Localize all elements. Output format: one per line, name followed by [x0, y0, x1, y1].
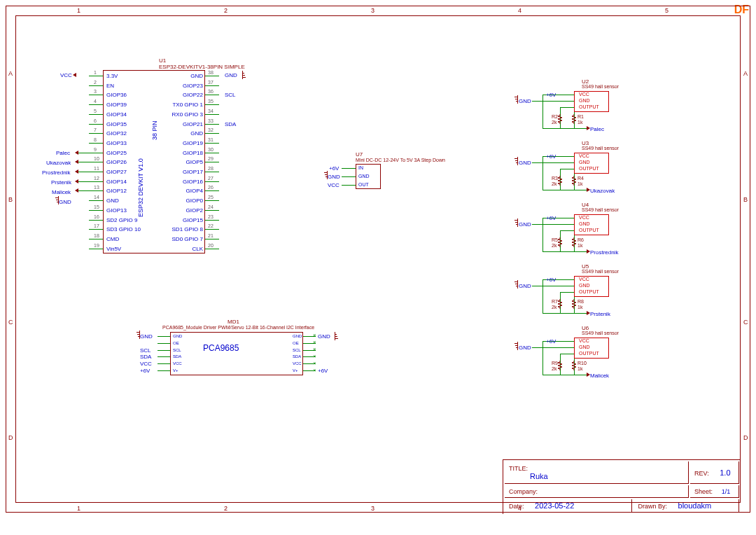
sensor-net: Ukazovak	[590, 188, 615, 194]
sensor-net: Prostrednik	[590, 249, 618, 256]
u1-right-pinnum: 31	[208, 137, 214, 142]
sensor-pin-out: OUTPUT	[579, 104, 599, 109]
wire	[542, 218, 543, 251]
wire	[205, 85, 219, 86]
sensor-pin-out: OUTPUT	[579, 289, 599, 294]
u1-left-pin: EN	[106, 83, 114, 89]
sensor-pin-out: OUTPUT	[579, 166, 599, 171]
md1-r-6v: +6V	[318, 368, 328, 374]
wire	[542, 156, 543, 190]
wire	[89, 104, 103, 105]
u1-left-pin: GIOP35	[106, 121, 127, 127]
u7-net-in: +6V	[329, 165, 339, 172]
resistor-r1	[558, 176, 562, 186]
sensor-pin-gnd: GND	[579, 98, 590, 103]
net-gnd-u1r: GND	[225, 72, 237, 78]
wire	[89, 190, 103, 191]
sensor-6v: +6V	[546, 338, 556, 345]
wire	[205, 249, 219, 249]
u7-ref: U7	[356, 151, 363, 158]
md1-left-net: +6V	[140, 368, 150, 374]
u1-left-pin: GIOP27	[106, 169, 127, 175]
u1-right-pin: GIOP16	[183, 179, 203, 185]
wire	[205, 229, 219, 230]
gnd-icon-sensor	[514, 95, 521, 105]
drawn-lbl: Drawn By:	[638, 503, 667, 510]
wire	[205, 200, 219, 201]
wire	[89, 114, 103, 115]
u1-left-pinnum: 7	[94, 127, 97, 132]
sensor-pin-vcc: VCC	[579, 92, 589, 97]
zone-left-a: A	[8, 70, 13, 77]
sensor-pin-gnd: GND	[579, 283, 590, 288]
sensor-net: Palec	[590, 126, 604, 132]
u1-left-pinnum: 10	[94, 156, 99, 161]
wire	[560, 251, 588, 252]
wire	[89, 210, 103, 211]
wire	[532, 286, 574, 286]
u1-left-pin: Vin5V	[106, 246, 121, 252]
sensor-type: SS49 hall sensor	[582, 331, 619, 335]
u1-right-pin: GIOP17	[183, 169, 203, 175]
wire	[205, 210, 219, 211]
pin-x: ×	[313, 332, 316, 338]
u1-right-pinnum: 30	[208, 147, 214, 152]
wire	[89, 153, 103, 153]
sensor-pin-vcc: VCC	[579, 338, 589, 343]
zone-right-d: D	[743, 434, 748, 441]
wire	[560, 169, 574, 169]
u1-left-pin: SD2 GPIO 9	[106, 217, 137, 223]
wire	[89, 85, 103, 86]
r2-ref: R4	[578, 176, 584, 181]
date-val: 2023-05-22	[528, 501, 574, 510]
u1-left-pinnum: 4	[94, 99, 97, 104]
u1-left-pin: GIOP39	[106, 102, 127, 108]
u1-left-pinnum: 5	[94, 109, 97, 113]
wire	[89, 181, 103, 182]
wire	[89, 76, 103, 76]
wire	[205, 172, 219, 172]
u1-right-pinnum: 21	[208, 233, 214, 238]
zone-bot-3: 3	[371, 505, 374, 512]
u1-right-pin: GIOP0	[186, 197, 203, 204]
wire	[342, 176, 356, 177]
wire	[542, 341, 543, 375]
md1-left-net: SDA	[140, 354, 151, 360]
wire	[342, 185, 356, 186]
u1-right-pin: SD1 GPIO 8	[172, 226, 203, 232]
pin-x: ×	[313, 339, 316, 345]
net-sda-u1: SDA	[225, 121, 236, 127]
wire	[205, 143, 219, 144]
sensor-pin-gnd: GND	[579, 160, 590, 165]
u1-right-pinnum: 25	[208, 195, 214, 200]
r2-val: 1k	[578, 305, 582, 310]
wire	[78, 181, 90, 182]
r2-val: 1k	[578, 243, 582, 248]
md1-right-pin: GND	[293, 334, 302, 338]
md1-body	[170, 332, 303, 375]
md1-ref: MD1	[227, 319, 239, 325]
u1-left-pin: CMD	[106, 236, 119, 242]
resistor-r2	[572, 176, 576, 186]
zone-bot-1: 1	[77, 505, 80, 512]
u1-right-pinnum: 23	[208, 214, 214, 219]
md1-left-pin: OE	[173, 341, 179, 345]
net-arrow	[587, 126, 590, 130]
u1-left-pinnum: 1	[94, 70, 97, 75]
resistor-r2	[572, 361, 576, 370]
u1-left-pinnum: 13	[94, 185, 99, 190]
gnd-icon-sensor	[514, 218, 521, 228]
u1-left-pinnum: 8	[94, 137, 97, 142]
wire	[560, 354, 574, 354]
wire	[205, 153, 219, 153]
wire	[205, 133, 219, 134]
sensor-net: Malicek	[590, 373, 609, 379]
md1-left-pin: V+	[173, 368, 178, 373]
date-lbl: Date:	[509, 503, 524, 510]
md1-right-pin: OE	[293, 341, 299, 345]
u1-left-pinnum: 12	[94, 176, 99, 181]
zone-left-c: C	[8, 319, 13, 326]
u1-right-pinnum: 33	[208, 118, 214, 123]
md1-left-net: VCC	[140, 361, 152, 367]
sensor-pin-vcc: VCC	[579, 153, 589, 158]
